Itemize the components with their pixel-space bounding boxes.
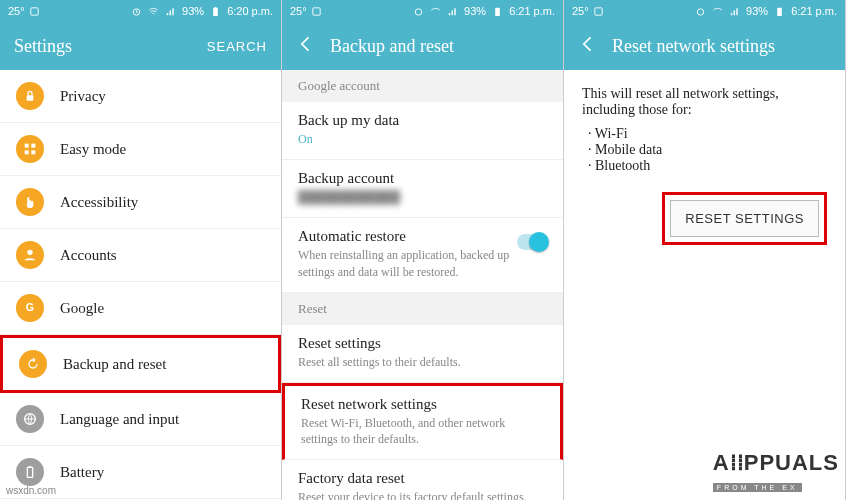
settings-item-language-and-input[interactable]: Language and input [0,393,281,446]
signal-icon [729,6,740,17]
section-google-account: Google account [282,70,563,102]
settings-item-label: Easy mode [60,141,126,158]
alarm-icon [695,6,706,17]
settings-item-accessibility[interactable]: Accessibility [0,176,281,229]
settings-item-label: Privacy [60,88,106,105]
settings-item-label: Backup and reset [63,356,166,373]
svg-rect-13 [29,466,32,467]
svg-rect-4 [27,95,34,100]
auto-restore-toggle[interactable] [517,234,547,250]
setting-title: Factory data reset [298,470,547,487]
svg-rect-21 [777,7,782,15]
settings-item-easy-mode[interactable]: Easy mode [0,123,281,176]
reset-settings[interactable]: Reset settings Reset all settings to the… [282,325,563,383]
setting-subtitle: When reinstalling an application, backed… [298,247,517,279]
reset-network-body: This will reset all network settings, in… [564,70,845,261]
wifi-icon [430,6,441,17]
battery-icon [210,6,221,17]
svg-rect-7 [25,150,29,154]
clock: 6:20 p.m. [227,5,273,17]
reset-item: Mobile data [588,142,827,158]
setting-title: Backup account [298,170,547,187]
wifi-icon [712,6,723,17]
temperature: 25° [8,5,25,17]
clock: 6:21 p.m. [791,5,837,17]
hand-icon [16,188,44,216]
grid-icon [16,135,44,163]
svg-rect-3 [215,6,217,7]
source-watermark: wsxdn.com [6,485,56,496]
settings-item-backup-and-reset[interactable]: Backup and reset [0,335,281,393]
reset-icon [19,350,47,378]
svg-rect-8 [31,150,35,154]
g-icon: G [16,294,44,322]
page-title: Reset network settings [612,36,831,57]
signal-icon [447,6,458,17]
title-bar: Reset network settings [564,22,845,70]
battery-icon [16,458,44,486]
automatic-restore[interactable]: Automatic restore When reinstalling an a… [282,218,563,292]
settings-list: PrivacyEasy modeAccessibilityAccountsGGo… [0,70,281,500]
settings-item-label: Accounts [60,247,117,264]
svg-rect-19 [594,7,601,14]
search-action[interactable]: SEARCH [207,39,267,54]
setting-title: Automatic restore [298,228,517,245]
settings-pane: 25° 93% 6:20 p.m. Settings SEARCH Privac… [0,0,282,500]
svg-rect-0 [30,7,37,14]
page-title: Settings [14,36,193,57]
screenshot-icon [311,6,322,17]
lock-icon [16,82,44,110]
globe-icon [16,405,44,433]
battery-percent: 93% [464,5,486,17]
status-bar: 25° 93% 6:21 p.m. [282,0,563,22]
svg-rect-2 [213,7,218,15]
svg-rect-18 [495,7,500,15]
back-button[interactable] [296,34,316,58]
reset-network-pane: 25° 93% 6:21 p.m. Reset network settings… [564,0,846,500]
page-title: Backup and reset [330,36,549,57]
title-bar: Backup and reset [282,22,563,70]
reset-network-settings[interactable]: Reset network settings Reset Wi-Fi, Blue… [282,383,563,460]
backup-my-data[interactable]: Back up my data On [282,102,563,160]
battery-icon [774,6,785,17]
alarm-icon [413,6,424,17]
setting-title: Back up my data [298,112,547,129]
status-bar: 25° 93% 6:20 p.m. [0,0,281,22]
section-reset: Reset [282,293,563,325]
settings-item-label: Accessibility [60,194,138,211]
svg-rect-16 [312,7,319,14]
svg-rect-12 [27,467,32,477]
setting-subtitle: Reset your device to its factory default… [298,489,547,500]
wifi-icon [148,6,159,17]
settings-item-label: Google [60,300,104,317]
svg-text:G: G [26,301,34,313]
reset-item: Bluetooth [588,158,827,174]
factory-data-reset[interactable]: Factory data reset Reset your device to … [282,460,563,500]
temperature: 25° [290,5,307,17]
backup-account[interactable]: Backup account ████████████ [282,160,563,218]
svg-point-20 [697,8,703,14]
setting-subtitle: Reset Wi-Fi, Bluetooth, and other networ… [301,415,544,447]
settings-item-label: Language and input [60,411,179,428]
settings-item-accounts[interactable]: Accounts [0,229,281,282]
clock: 6:21 p.m. [509,5,555,17]
backup-reset-content: Google account Back up my data On Backup… [282,70,563,500]
back-button[interactable] [578,34,598,58]
reset-items-list: Wi-FiMobile dataBluetooth [588,126,827,174]
settings-item-google[interactable]: GGoogle [0,282,281,335]
reset-button-highlight: RESET SETTINGS [662,192,827,245]
setting-subtitle: ████████████ [298,189,547,205]
reset-item: Wi-Fi [588,126,827,142]
svg-point-17 [415,8,421,14]
battery-icon [492,6,503,17]
screenshot-icon [593,6,604,17]
settings-item-privacy[interactable]: Privacy [0,70,281,123]
user-icon [16,241,44,269]
reset-settings-button[interactable]: RESET SETTINGS [670,200,819,237]
title-bar: Settings SEARCH [0,22,281,70]
screenshot-icon [29,6,40,17]
temperature: 25° [572,5,589,17]
setting-subtitle: On [298,131,547,147]
setting-title: Reset settings [298,335,547,352]
battery-percent: 93% [182,5,204,17]
